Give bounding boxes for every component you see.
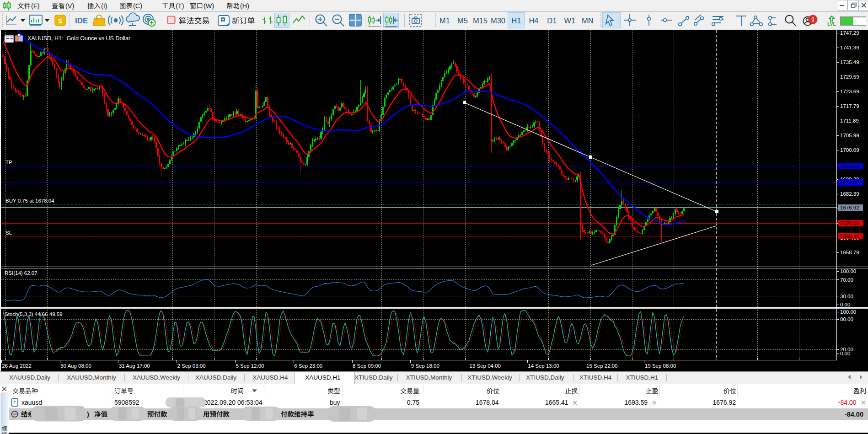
svg-text:1723.69: 1723.69: [840, 89, 859, 94]
svg-text:2022.09.20 06:53:04: 2022.09.20 06:53:04: [204, 399, 263, 406]
svg-text:M15: M15: [473, 16, 488, 25]
svg-text:8 Sep 09:00: 8 Sep 09:00: [353, 363, 381, 369]
svg-text:5 Sep 12:00: 5 Sep 12:00: [236, 363, 264, 369]
svg-text:1693.59: 1693.59: [624, 399, 648, 406]
svg-text:xauusd: xauusd: [21, 399, 42, 406]
svg-text:1729.59: 1729.59: [840, 74, 859, 80]
svg-text:XTIUSD,H1: XTIUSD,H1: [626, 374, 659, 381]
svg-text:XAUUSD,H1: XAUUSD,H1: [305, 374, 340, 381]
svg-text:1741.39: 1741.39: [840, 45, 859, 50]
svg-text:0.00: 0.00: [840, 302, 850, 307]
svg-text:1705.99: 1705.99: [840, 133, 859, 138]
svg-text:LVL: LVL: [827, 21, 836, 27]
svg-text:1687.04: 1687.04: [840, 180, 859, 185]
svg-text:1682.39: 1682.39: [840, 191, 859, 197]
svg-text:XTIUSD,Daily: XTIUSD,Daily: [526, 374, 564, 381]
svg-text:31 Aug 17:00: 31 Aug 17:00: [119, 363, 150, 369]
svg-text:1676.92: 1676.92: [713, 399, 736, 406]
svg-text:SL: SL: [5, 230, 12, 236]
svg-text:30.00: 30.00: [840, 294, 853, 299]
svg-text:XAUUSD,Daily: XAUUSD,Daily: [9, 374, 50, 381]
svg-text:0.75: 0.75: [407, 399, 419, 406]
svg-text:XAUUSD, H1: Gold Ounce vs US: XAUUSD, H1: Gold Ounce vs US Dollar: [27, 35, 130, 42]
svg-text:XTIUSD,Daily: XTIUSD,Daily: [354, 374, 393, 381]
svg-text:1670.59: 1670.59: [840, 220, 859, 226]
svg-text:(I): (I): [101, 2, 107, 10]
svg-text:XTIUSD,Weekly: XTIUSD,Weekly: [467, 374, 512, 381]
svg-text:XTIUSD,H4: XTIUSD,H4: [579, 374, 612, 381]
svg-text:(H): (H): [240, 2, 249, 10]
svg-text:-84.00: -84.00: [845, 411, 863, 418]
svg-text:BUY 0.75 at 1678.04: BUY 0.75 at 1678.04: [5, 198, 54, 204]
svg-text:1665.41: 1665.41: [840, 234, 859, 239]
svg-text:H1: H1: [511, 16, 521, 25]
svg-text:70.00: 70.00: [840, 277, 853, 283]
svg-text:15 Sep 22:00: 15 Sep 22:00: [586, 363, 617, 369]
svg-text:): ): [87, 411, 89, 418]
svg-text:1717.79: 1717.79: [840, 103, 859, 109]
svg-text:XTIUSD,Monthly: XTIUSD,Monthly: [406, 374, 452, 381]
svg-text:Stoch(5,3,3) 44.66 49.59: Stoch(5,3,3) 44.66 49.59: [5, 311, 63, 317]
svg-text:XAUUSD,Monthly: XAUUSD,Monthly: [67, 374, 116, 381]
svg-text:M30: M30: [491, 16, 505, 25]
svg-text:(T): (T): [176, 2, 184, 10]
svg-text:19 Sep 08:00: 19 Sep 08:00: [645, 363, 676, 369]
svg-text:1693.59: 1693.59: [840, 164, 859, 169]
svg-text:RSI(14) 62.07: RSI(14) 62.07: [5, 270, 38, 276]
svg-text:W1: W1: [564, 16, 575, 25]
svg-text:buy: buy: [330, 399, 340, 406]
svg-text:1711.89: 1711.89: [840, 118, 859, 123]
svg-text:80.00: 80.00: [840, 316, 853, 322]
svg-text:(W): (W): [204, 2, 214, 10]
svg-text:26 Aug 2022: 26 Aug 2022: [2, 363, 32, 369]
svg-text:-84.00: -84.00: [838, 399, 857, 406]
svg-text:13 Sep 04:00: 13 Sep 04:00: [470, 363, 501, 369]
svg-text:(V): (V): [65, 2, 74, 10]
svg-text:M1: M1: [439, 16, 450, 25]
svg-text:1: 1: [811, 16, 814, 23]
svg-text:1735.49: 1735.49: [840, 59, 859, 65]
svg-text:D1: D1: [547, 16, 557, 25]
svg-text:XAUUSD,Weekly: XAUUSD,Weekly: [133, 374, 180, 381]
svg-text:(C): (C): [133, 2, 142, 10]
svg-text:H4: H4: [529, 16, 538, 25]
svg-text:TP: TP: [5, 160, 12, 165]
svg-text:XAUUSD,H4: XAUUSD,H4: [252, 374, 288, 381]
svg-text:(F): (F): [31, 2, 40, 10]
svg-text:IDE: IDE: [75, 16, 88, 25]
svg-text:14 Sep 13:00: 14 Sep 13:00: [528, 363, 559, 369]
svg-text:1678.04: 1678.04: [476, 399, 499, 406]
svg-text:30 Aug 08:00: 30 Aug 08:00: [60, 363, 91, 369]
svg-text:1676.92: 1676.92: [840, 205, 859, 210]
svg-text:XAUUSD,Daily: XAUUSD,Daily: [195, 374, 236, 381]
svg-text:M5: M5: [457, 16, 468, 25]
svg-text:1658.79: 1658.79: [840, 250, 859, 255]
svg-text:100.00: 100.00: [840, 309, 856, 315]
svg-text:5908592: 5908592: [114, 399, 139, 406]
svg-text:1700.09: 1700.09: [840, 147, 859, 153]
svg-text:9 Sep 18:00: 9 Sep 18:00: [411, 363, 439, 369]
svg-text:6 Sep 23:00: 6 Sep 23:00: [294, 363, 322, 369]
svg-text:100.00: 100.00: [840, 268, 856, 274]
svg-text:0.00: 0.00: [840, 351, 850, 356]
svg-text:2 Sep 03:00: 2 Sep 03:00: [177, 363, 206, 369]
svg-text:$: $: [58, 17, 62, 25]
svg-text:1665.41: 1665.41: [545, 399, 568, 406]
svg-text:1747.29: 1747.29: [840, 30, 859, 36]
svg-text:MN: MN: [582, 16, 594, 25]
